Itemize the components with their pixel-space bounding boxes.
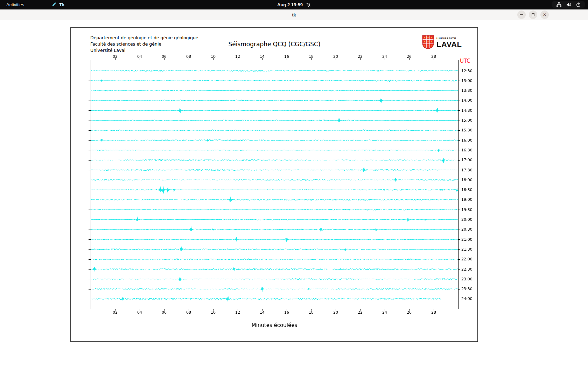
x-tick-label-bottom: 10 xyxy=(211,310,216,315)
minimize-button[interactable] xyxy=(517,11,526,19)
gnome-top-bar: Activities Tk Aug 2 19:59 xyxy=(0,0,588,9)
x-tick-label-top: 08 xyxy=(186,54,191,59)
power-icon xyxy=(576,2,581,7)
seismogram-canvas xyxy=(71,28,478,342)
utc-time-label: 12:30 xyxy=(461,69,472,73)
x-tick-label-top: 14 xyxy=(260,54,265,59)
minimize-icon xyxy=(520,14,523,15)
desktop: { "top_bar": { "activities_label": "Acti… xyxy=(0,0,588,368)
utc-time-label: 14:00 xyxy=(461,98,472,103)
x-tick-label-bottom: 06 xyxy=(162,310,167,315)
utc-time-label: 24:00 xyxy=(461,297,472,301)
clock-button[interactable]: Aug 2 19:59 xyxy=(274,0,314,9)
x-axis-title: Minutes écoulées xyxy=(71,322,478,328)
window-controls: ✕ xyxy=(517,11,549,19)
x-tick-label-top: 26 xyxy=(407,54,412,59)
utc-time-label: 17:30 xyxy=(461,168,472,172)
utc-time-label: 16:00 xyxy=(461,138,472,143)
x-tick-label-bottom: 04 xyxy=(137,310,142,315)
tk-app-icon xyxy=(51,2,57,8)
x-tick-label-bottom: 14 xyxy=(260,310,265,315)
network-icon xyxy=(556,2,562,7)
system-tray-button[interactable] xyxy=(552,1,585,8)
focused-app-menu[interactable]: Tk xyxy=(48,1,68,9)
utc-time-label: 18:00 xyxy=(461,178,472,182)
x-tick-label-top: 20 xyxy=(333,54,338,59)
x-tick-label-bottom: 18 xyxy=(309,310,314,315)
utc-time-label: 23:30 xyxy=(461,287,472,291)
utc-time-label: 17:00 xyxy=(461,158,472,162)
volume-icon xyxy=(566,2,572,7)
x-tick-label-top: 02 xyxy=(113,54,118,59)
utc-time-label: 15:30 xyxy=(461,128,472,132)
x-tick-label-top: 04 xyxy=(137,54,142,59)
close-button[interactable]: ✕ xyxy=(540,11,549,19)
x-tick-label-top: 06 xyxy=(162,54,167,59)
activities-button[interactable]: Activities xyxy=(3,1,28,9)
window-title: tk xyxy=(292,12,296,18)
x-tick-label-bottom: 28 xyxy=(431,310,436,315)
utc-time-label: 13:30 xyxy=(461,88,472,93)
x-tick-label-top: 12 xyxy=(235,54,240,59)
x-tick-label-top: 24 xyxy=(382,54,387,59)
maximize-icon xyxy=(532,13,534,16)
seismograph-frame: Département de géologie et de génie géol… xyxy=(70,27,478,342)
utc-time-label: 16:30 xyxy=(461,148,472,152)
x-tick-label-bottom: 22 xyxy=(358,310,363,315)
x-tick-label-bottom: 24 xyxy=(382,310,387,315)
utc-time-label: 22:30 xyxy=(461,267,472,272)
focused-app-name: Tk xyxy=(59,2,64,7)
x-tick-label-top: 10 xyxy=(211,54,216,59)
x-tick-label-bottom: 16 xyxy=(284,310,289,315)
x-tick-label-top: 28 xyxy=(431,54,436,59)
window-titlebar[interactable]: tk ✕ xyxy=(0,9,588,20)
x-tick-label-bottom: 02 xyxy=(113,310,118,315)
utc-time-label: 14:30 xyxy=(461,108,472,113)
maximize-button[interactable] xyxy=(529,11,537,19)
utc-time-label: 13:00 xyxy=(461,79,472,83)
x-tick-label-top: 16 xyxy=(284,54,289,59)
utc-time-label: 21:00 xyxy=(461,237,472,242)
x-tick-label-bottom: 08 xyxy=(186,310,191,315)
utc-time-label: 19:00 xyxy=(461,197,472,202)
x-tick-label-top: 18 xyxy=(309,54,314,59)
utc-time-label: 21:30 xyxy=(461,247,472,252)
clock-label: Aug 2 19:59 xyxy=(277,2,303,7)
utc-time-label: 18:30 xyxy=(461,188,472,192)
utc-time-label: 19:30 xyxy=(461,207,472,212)
x-tick-label-bottom: 12 xyxy=(235,310,240,315)
utc-time-label: 23:00 xyxy=(461,277,472,281)
notifications-disabled-icon xyxy=(306,2,311,7)
close-icon: ✕ xyxy=(543,13,546,17)
utc-time-label: 20:00 xyxy=(461,217,472,222)
tk-window-content: Département de géologie et de génie géol… xyxy=(0,20,588,368)
utc-time-label: 22:00 xyxy=(461,257,472,261)
x-tick-label-bottom: 26 xyxy=(407,310,412,315)
utc-time-label: 20:30 xyxy=(461,227,472,232)
x-tick-label-bottom: 20 xyxy=(333,310,338,315)
utc-time-label: 15:00 xyxy=(461,118,472,123)
x-tick-label-top: 22 xyxy=(358,54,363,59)
